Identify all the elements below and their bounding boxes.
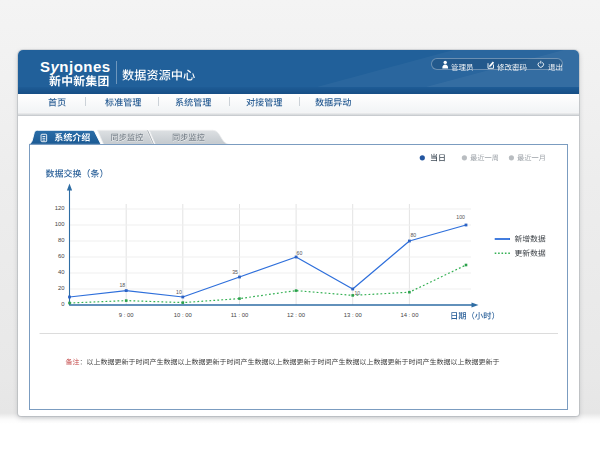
svg-text:60: 60 — [57, 253, 64, 259]
svg-text:9 : 00: 9 : 00 — [118, 312, 133, 318]
svg-text:80: 80 — [410, 232, 416, 238]
svg-text:13 : 00: 13 : 00 — [343, 312, 362, 318]
svg-text:0: 0 — [61, 301, 65, 307]
svg-text:18: 18 — [119, 282, 125, 288]
svg-text:11 : 00: 11 : 00 — [230, 312, 248, 318]
svg-text:40: 40 — [57, 269, 64, 275]
svg-text:60: 60 — [296, 250, 302, 256]
svg-text:100: 100 — [456, 214, 465, 220]
svg-text:10 : 00: 10 : 00 — [173, 312, 192, 318]
svg-text:10: 10 — [354, 290, 360, 296]
svg-text:10: 10 — [176, 289, 182, 295]
svg-text:35: 35 — [232, 269, 238, 275]
svg-text:20: 20 — [57, 285, 64, 291]
svg-text:120: 120 — [54, 205, 65, 211]
svg-text:80: 80 — [57, 237, 64, 243]
svg-text:14 : 00: 14 : 00 — [400, 312, 419, 318]
svg-text:12 : 00: 12 : 00 — [287, 312, 306, 318]
svg-text:100: 100 — [54, 221, 65, 227]
